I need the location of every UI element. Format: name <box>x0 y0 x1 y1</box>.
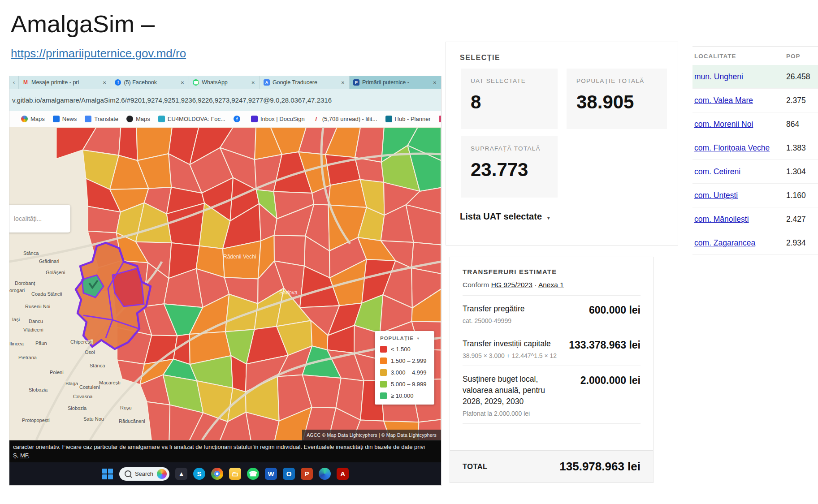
hg-925-link[interactable]: HG 925/2023 <box>491 281 532 289</box>
map-label: Păun <box>35 340 47 346</box>
chrome-icon[interactable] <box>211 468 223 480</box>
browser-tab[interactable]: AGoogle Traducere✕ <box>260 76 349 89</box>
bookmark-item[interactable]: Inbox | DocuSign <box>251 116 305 122</box>
page-title: AmalgaSim – <box>11 10 155 38</box>
transfer-row: Transfer pregătirecat. 25000-49999600.00… <box>463 295 641 331</box>
stat-populatie-totala: POPULAȚIE TOTALĂ 38.905 <box>567 69 667 129</box>
bookmark-item[interactable]: /(5,708 unread) - lilit... <box>313 116 377 122</box>
copilot-icon[interactable] <box>157 469 167 479</box>
file-explorer-icon[interactable]: 🗀 <box>229 468 241 480</box>
legend-item: ≥ 10.000 <box>380 392 429 399</box>
close-icon[interactable]: ✕ <box>180 79 185 86</box>
slide: AmalgaSim – https://primariiputernice.go… <box>0 0 818 504</box>
transfer-detail: 38.905 × 3.000 + 12.447^1.5 × 12 <box>463 352 564 359</box>
map-search-placeholder: localități... <box>9 215 42 222</box>
powerpoint-icon[interactable]: P <box>301 468 313 480</box>
map-label: Dancu <box>29 319 43 324</box>
word-icon[interactable]: W <box>265 468 277 480</box>
transfers-total-row: TOTAL 135.978.963 lei <box>450 450 653 482</box>
skype-icon[interactable]: S <box>193 468 205 480</box>
map-search-input[interactable]: localități... <box>9 205 70 233</box>
transfer-row: Susținere buget local, valoarea anuală, … <box>463 366 641 424</box>
whatsapp-icon: ☎ <box>193 79 199 86</box>
bookmark-item[interactable]: Maps <box>126 116 150 122</box>
browser-tab[interactable]: ☎WhatsApp✕ <box>189 76 260 89</box>
locality-pop: 864 <box>786 120 818 129</box>
chevron-down-icon: ▾ <box>547 215 550 220</box>
taskbar-search[interactable]: Search <box>119 467 169 481</box>
header-pop: POP <box>786 53 818 60</box>
search-icon <box>125 470 131 477</box>
map-label: Stânca <box>90 363 105 368</box>
locality-link[interactable]: com. Unțești <box>694 191 786 200</box>
map-canvas[interactable]: StâncaGrădinariGolășeniDorobanțorogariCo… <box>9 127 441 440</box>
legend-caret-icon[interactable]: ▾ <box>417 336 420 340</box>
browser-urlbar[interactable]: v.gitlab.io/amalgamare/AmalgaSim2.6/#920… <box>9 89 441 111</box>
legend-item: 1.500 – 2.999 <box>380 358 429 364</box>
legend-item: < 1.500 <box>380 346 429 353</box>
bookmark-item[interactable]: f <box>234 116 243 122</box>
browser-tab[interactable]: MMesaje primite - pri✕ <box>18 76 111 89</box>
locality-pop: 2.375 <box>786 96 818 105</box>
map-label: Rădenii Vechi <box>223 254 256 260</box>
bookmark-item[interactable]: C <box>439 116 441 122</box>
stat-label: UAT SELECTATE <box>471 78 558 84</box>
transfer-row-left: Susținere buget local, valoarea anuală, … <box>463 374 564 417</box>
edge-icon[interactable] <box>319 468 331 480</box>
map-label: Golășeni <box>46 270 65 275</box>
legend-label: < 1.500 <box>391 346 411 353</box>
bookmark-item[interactable]: Hub - Planner <box>385 116 431 122</box>
close-icon[interactable]: ✕ <box>432 79 437 86</box>
bookmark-label: EU4MOLDOVA: Foc... <box>168 116 225 122</box>
whatsapp-icon[interactable]: ☎ <box>247 468 259 480</box>
bookmark-item[interactable]: EU4MOLDOVA: Foc... <box>158 116 225 122</box>
bookmark-item[interactable]: Maps <box>21 116 45 122</box>
legend-item: 5.000 – 9.999 <box>380 381 429 388</box>
slash-icon: / <box>313 116 320 122</box>
header-localitate: LOCALITATE <box>694 53 786 60</box>
total-label: TOTAL <box>463 462 487 471</box>
map-label: Pietrăria <box>18 355 37 360</box>
page-link[interactable]: https://primariiputernice.gov.md/ro <box>11 47 186 60</box>
lista-uat-toggle[interactable]: Lista UAT selectate▾ <box>460 211 550 222</box>
bookmark-item[interactable]: Translate <box>85 116 118 122</box>
localities-table: LOCALITATE POP mun. Ungheni26.458com. Va… <box>692 46 818 255</box>
anexa-1-link[interactable]: Anexa 1 <box>538 281 564 289</box>
locality-link[interactable]: com. Morenii Noi <box>694 120 786 129</box>
legend-label: 3.000 – 4.999 <box>391 369 427 376</box>
disclaimer-mf-link[interactable]: MF, <box>20 452 30 459</box>
locality-link[interactable]: com. Cetireni <box>694 167 786 177</box>
locality-link[interactable]: mun. Ungheni <box>694 72 786 82</box>
table-row: mun. Ungheni26.458 <box>692 65 818 89</box>
facebook-icon: f <box>234 116 240 122</box>
selection-panel-title: SELECȚIE <box>460 54 500 62</box>
locality-link[interactable]: com. Mănoilești <box>694 215 786 224</box>
locality-link[interactable]: com. Florițoaia Veche <box>694 143 786 153</box>
locality-link[interactable]: com. Zagarancea <box>694 238 786 248</box>
browser-screenshot: ‹ MMesaje primite - pri✕f(5) Facebook✕☎W… <box>9 76 441 485</box>
chevron-left-icon[interactable]: ‹ <box>9 76 18 89</box>
map-label: orogari <box>9 288 25 293</box>
browser-tab[interactable]: f(5) Facebook✕ <box>111 76 189 89</box>
close-icon[interactable]: ✕ <box>102 79 107 86</box>
bookmark-item[interactable]: News <box>53 116 77 122</box>
tab-title: WhatsApp <box>202 79 247 86</box>
close-icon[interactable]: ✕ <box>251 79 256 86</box>
close-icon[interactable]: ✕ <box>340 79 346 86</box>
photos-icon[interactable]: ▲ <box>175 468 187 480</box>
url-text[interactable]: v.gitlab.io/amalgamare/AmalgaSim2.6/#920… <box>9 96 332 104</box>
locality-link[interactable]: com. Valea Mare <box>694 96 786 105</box>
browser-tab[interactable]: PPrimării puternice -✕ <box>349 76 441 89</box>
stat-value: 38.905 <box>576 91 667 113</box>
acrobat-icon[interactable]: A <box>337 468 349 480</box>
selection-panel: SELECȚIE UAT SELECTATE 8 POPULAȚIE TOTAL… <box>446 42 678 246</box>
map-label: Protopopești <box>22 418 50 423</box>
windows-start-icon[interactable] <box>102 468 113 480</box>
map-label: Covasna <box>73 394 93 399</box>
transfer-detail: cat. 25000-49999 <box>463 317 564 324</box>
map-label: Răducăneni <box>119 418 145 424</box>
outlook-icon[interactable]: O <box>283 468 295 480</box>
map-region[interactable] <box>119 127 138 160</box>
transfers-title: TRANSFERURI ESTIMATE <box>463 268 641 276</box>
map-label: Poieni <box>50 370 64 375</box>
